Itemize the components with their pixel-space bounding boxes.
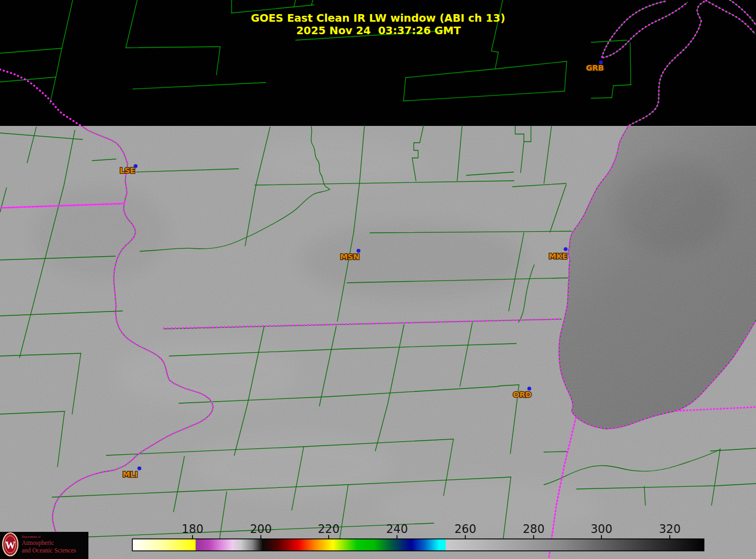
colorbar-tick-label: 200: [250, 523, 272, 536]
logo-name-line2: and Oceanic Sciences: [22, 547, 76, 554]
uw-aos-logo: W Department of Atmospheric and Oceanic …: [0, 532, 88, 559]
satellite-image-viewport[interactable]: GRB LSE MSN MKE ORD MLI GOES East Clean …: [0, 0, 756, 559]
station-lse: LSE: [120, 164, 138, 175]
colorbar-tick-label: 180: [182, 523, 203, 536]
sensor-grain: [0, 126, 756, 559]
goes-ir-satellite-image: GRB LSE MSN MKE ORD MLI GOES East Clean …: [0, 0, 756, 559]
colorbar-tick-label: 260: [454, 523, 476, 536]
station-label-lse: LSE: [120, 166, 136, 175]
crest-monogram: W: [5, 539, 16, 551]
station-label-grb: GRB: [586, 63, 604, 72]
colorbar-tick-label: 220: [318, 523, 339, 536]
colorbar-tick-label: 280: [523, 523, 544, 536]
timestamp: 2025 Nov 24 03:37:26 GMT: [296, 24, 461, 37]
station-label-mli: MLI: [123, 470, 138, 479]
colorbar-tick-label: 300: [591, 523, 612, 536]
uw-crest-icon: W: [3, 533, 18, 556]
page-title: GOES East Clean IR LW window (ABI ch 13): [251, 12, 505, 24]
colorbar-tick-label: 240: [386, 523, 408, 536]
logo-name-line1: Atmospheric: [22, 539, 54, 547]
station-label-mke: MKE: [549, 252, 567, 261]
colorbar-gradient: [132, 539, 704, 551]
colorbar-tick-label: 320: [659, 523, 681, 536]
station-label-msn: MSN: [340, 252, 360, 261]
station-dot-mli: [137, 466, 141, 470]
logo-department-line: Department of: [22, 535, 41, 538]
station-dot-mke: [563, 247, 567, 251]
station-label-ord: ORD: [513, 390, 531, 399]
